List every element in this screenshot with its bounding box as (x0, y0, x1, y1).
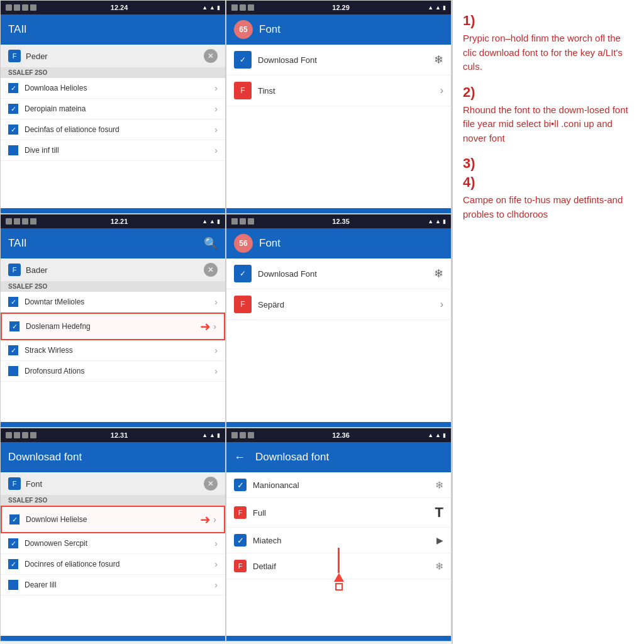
status-icons-right-3: ▲ ▲ ▮ (202, 218, 220, 225)
font-item[interactable]: F Sepärd › (226, 289, 451, 320)
list-item[interactable]: Downtar tMelioles › (1, 292, 225, 313)
app-title-4: Font (259, 237, 443, 250)
list-item[interactable]: Deropiain mateina › (1, 99, 225, 119)
wifi-icon: ▲ (428, 218, 433, 225)
list-item[interactable]: Decinfas of eliationce fosurd › (1, 119, 225, 140)
play-icon[interactable]: ▶ (436, 535, 443, 545)
list-item[interactable]: Dive inf till › (1, 140, 225, 161)
blue-divider (226, 208, 451, 213)
status-time-6: 12.36 (332, 431, 350, 439)
arrow-line (338, 548, 340, 573)
filter-icon-3: F (8, 264, 21, 276)
list-item[interactable]: Drofonsurd Ations › (1, 361, 225, 382)
chevron-icon: › (214, 145, 218, 155)
snowflake-icon: ❄ (434, 53, 443, 67)
filter-clear-1[interactable]: ✕ (204, 49, 218, 63)
checkbox[interactable] (8, 297, 18, 307)
status-icons-left-1 (6, 4, 36, 11)
status-bar-6: 12.36 ▲ ▲ ▮ (226, 428, 451, 442)
checkbox[interactable] (8, 83, 18, 93)
chevron-icon: › (214, 559, 218, 569)
font-item-text: Sepärd (258, 300, 440, 309)
list-item[interactable]: Docinres of eliationce fosurd › (1, 554, 225, 575)
di-checkbox[interactable]: ✓ (234, 479, 247, 491)
font-item-text: Downlosad Font (258, 55, 434, 65)
status-icons-right-1: ▲ ▲ ▮ (202, 4, 220, 11)
signal-icon: ▲ (209, 432, 215, 438)
status-bar-3: 12.21 ▲ ▲ ▮ (1, 214, 225, 228)
checkbox[interactable] (9, 321, 19, 331)
status-icon (231, 432, 238, 438)
status-time-3: 12.21 (111, 218, 128, 225)
di-checkbox[interactable]: ✓ (234, 534, 247, 547)
status-icons-left-2 (231, 4, 254, 11)
item-text: Dearer lill (25, 580, 214, 589)
step-text-2: Rhound the font to the dowm-losed font f… (463, 103, 634, 146)
screen-3: 12.21 ▲ ▲ ▮ TAIl 🔍 F Bader ✕ SSALEF 2SO … (0, 214, 226, 428)
checkbox[interactable] (8, 104, 18, 114)
filter-bar-5[interactable]: F Font ✕ (1, 472, 225, 495)
blue-divider (226, 636, 451, 641)
status-icons-right-2: ▲ ▲ ▮ (428, 4, 446, 11)
snowflake-icon: ❄ (434, 267, 443, 280)
list-item[interactable]: Downowen Sercpit › (1, 533, 225, 554)
signal-icon: ▲ (209, 218, 215, 225)
download-item[interactable]: ✓ Manionancal ❄ (226, 472, 451, 498)
status-icon (231, 218, 238, 225)
status-icon (6, 432, 12, 438)
arrow-icon: ➜ (200, 319, 211, 334)
chevron-icon: › (440, 299, 443, 310)
screen-1: 12.24 ▲ ▲ ▮ TAIl F Peder ✕ SSALEF 2SO Do… (0, 0, 226, 214)
arrow-icon: ➜ (200, 512, 211, 527)
item-text: Drofonsurd Ations (25, 367, 214, 375)
step-number-1: 1) (463, 13, 634, 29)
chevron-icon: › (214, 297, 218, 307)
battery-icon: ▮ (443, 218, 446, 225)
checkbox[interactable] (8, 559, 18, 569)
checkbox[interactable] (8, 125, 18, 135)
font-item[interactable]: F Tinst › (226, 75, 451, 106)
list-item[interactable]: Dearer lill › (1, 575, 225, 596)
search-icon[interactable]: 🔍 (204, 236, 218, 250)
di-text: Detlaif (253, 562, 435, 571)
blue-divider (1, 208, 225, 213)
filter-bar-1[interactable]: F Peder ✕ (1, 45, 225, 67)
chevron-icon: › (214, 83, 218, 93)
list-item[interactable]: Strack Wirless › (1, 340, 225, 361)
screen-6: 12.36 ▲ ▲ ▮ ← Downlosad font ✓ Manionanc… (226, 428, 452, 641)
download-item[interactable]: F Full T (226, 498, 451, 528)
snowflake-icon: ❄ (435, 560, 443, 572)
item-text: Dive inf till (25, 146, 214, 155)
filter-clear-3[interactable]: ✕ (204, 263, 218, 277)
status-icons-right-6: ▲ ▲ ▮ (428, 432, 446, 438)
checkbox[interactable] (8, 145, 18, 155)
battery-icon: ▮ (217, 218, 220, 225)
status-icon (248, 218, 254, 225)
font-item[interactable]: ✓ Downlosad Font ❄ (226, 258, 451, 289)
list-item[interactable]: Downloaa Helioles › (1, 78, 225, 99)
chevron-icon: › (213, 514, 216, 525)
list-item-highlighted[interactable]: Doslenam Hedefng ➜ › (1, 313, 225, 340)
status-bar-5: 12.31 ▲ ▲ ▮ (1, 428, 225, 442)
section-label-1: SSALEF 2SO (1, 67, 225, 78)
filter-bar-3[interactable]: F Bader ✕ (1, 258, 225, 281)
filter-clear-5[interactable]: ✕ (204, 477, 218, 491)
battery-icon: ▮ (217, 432, 220, 438)
font-item[interactable]: ✓ Downlosad Font ❄ (226, 45, 451, 75)
status-time-4: 12.35 (332, 218, 350, 225)
checkbox[interactable] (9, 514, 19, 525)
back-button[interactable]: ← (234, 451, 245, 464)
checkbox[interactable] (8, 580, 18, 590)
app-title-6: Downlosad font (255, 451, 443, 464)
checkbox[interactable] (8, 538, 18, 548)
list-area-1: Downloaa Helioles › Deropiain mateina › … (1, 78, 225, 208)
checkbox[interactable] (8, 345, 18, 355)
app-header-4: 56 Font (226, 228, 451, 258)
checkbox[interactable] (8, 366, 18, 376)
wifi-icon: ▲ (202, 432, 208, 438)
chevron-icon: › (214, 538, 218, 548)
item-text: Downtar tMelioles (25, 297, 214, 306)
list-item-highlighted[interactable]: Downlowi Helielse ➜ › (1, 506, 225, 533)
status-icon (30, 432, 36, 438)
status-icon (22, 4, 28, 11)
